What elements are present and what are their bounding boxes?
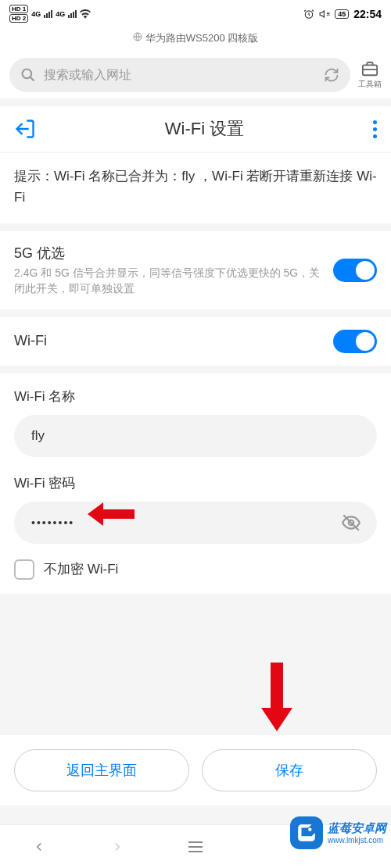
signal-icon-2 [68, 10, 77, 18]
app-header: Wi-Fi 设置 [0, 106, 391, 152]
toolbox-button[interactable]: 工具箱 [358, 60, 382, 90]
mute-icon [319, 9, 330, 20]
checkbox-no-encrypt[interactable] [14, 559, 34, 580]
action-buttons: 返回主界面 保存 [0, 735, 391, 805]
network-2: 4G [56, 10, 65, 18]
svg-point-5 [308, 828, 311, 831]
page-title: Wi-Fi 设置 [165, 117, 244, 141]
search-input[interactable]: 搜索或输入网址 [9, 58, 350, 92]
toggle-5g[interactable] [333, 259, 377, 282]
wifi-password-label: Wi-Fi 密码 [14, 474, 377, 492]
toolbox-icon [361, 60, 379, 77]
annotation-arrow-password [88, 500, 135, 528]
watermark-title: 蓝莓安卓网 [328, 821, 386, 836]
search-placeholder: 搜索或输入网址 [44, 67, 131, 84]
search-icon [20, 67, 36, 83]
clock: 22:54 [353, 8, 382, 20]
eye-off-icon[interactable] [341, 513, 361, 533]
page-url-title: 华为路由WS5200 四核版 [0, 27, 391, 52]
battery-indicator: 45 [335, 9, 349, 19]
hint-message: 提示：Wi-Fi 名称已合并为：fly ，Wi-Fi 若断开请重新连接 Wi-F… [0, 153, 391, 223]
setting-wifi: Wi-Fi [0, 317, 391, 366]
no-encrypt-label: 不加密 Wi-Fi [44, 560, 118, 578]
watermark-url: www.lmkjst.com [328, 836, 386, 845]
hd-badge-2: HD 2 [9, 14, 28, 23]
setting-5g-desc: 2.4G 和 5G 信号合并显示，同等信号强度下优选更快的 5G，关闭此开关，即… [14, 266, 324, 296]
wifi-toggle-label: Wi-Fi [14, 333, 47, 349]
status-left: HD 1 HD 2 4G 4G [9, 5, 91, 23]
status-right: 45 22:54 [303, 8, 382, 20]
globe-icon [133, 32, 142, 41]
wifi-icon [80, 9, 91, 19]
svg-point-2 [23, 70, 32, 79]
wifi-form: Wi-Fi 名称 fly Wi-Fi 密码 •••••••• 不加密 Wi-Fi [0, 373, 391, 594]
setting-5g-pref: 5G 优选 2.4G 和 5G 信号合并显示，同等信号强度下优选更快的 5G，关… [0, 231, 391, 309]
alarm-icon [303, 9, 314, 20]
no-encrypt-row[interactable]: 不加密 Wi-Fi [14, 559, 377, 580]
nav-forward-icon[interactable] [110, 840, 124, 854]
wifi-name-label: Wi-Fi 名称 [14, 388, 377, 405]
menu-dots-icon[interactable] [373, 120, 377, 138]
watermark: 蓝莓安卓网 www.lmkjst.com [290, 816, 386, 849]
network-1: 4G [31, 10, 41, 18]
refresh-icon[interactable] [324, 67, 339, 83]
signal-icon [44, 10, 52, 18]
browser-toolbar: 搜索或输入网址 工具箱 [0, 52, 391, 98]
exit-icon[interactable] [14, 118, 36, 140]
nav-back-icon[interactable] [32, 840, 46, 854]
toggle-wifi[interactable] [333, 330, 377, 353]
save-button[interactable]: 保存 [202, 749, 377, 791]
hd-badge-1: HD 1 [9, 5, 28, 13]
wifi-password-input[interactable]: •••••••• [14, 502, 377, 544]
watermark-icon [290, 816, 323, 849]
wifi-name-input[interactable]: fly [14, 415, 377, 457]
back-button[interactable]: 返回主界面 [14, 749, 189, 791]
annotation-arrow-save [260, 663, 294, 731]
status-bar: HD 1 HD 2 4G 4G 45 22:54 [0, 0, 391, 27]
nav-menu-icon[interactable] [188, 841, 203, 852]
setting-5g-title: 5G 优选 [14, 244, 324, 263]
